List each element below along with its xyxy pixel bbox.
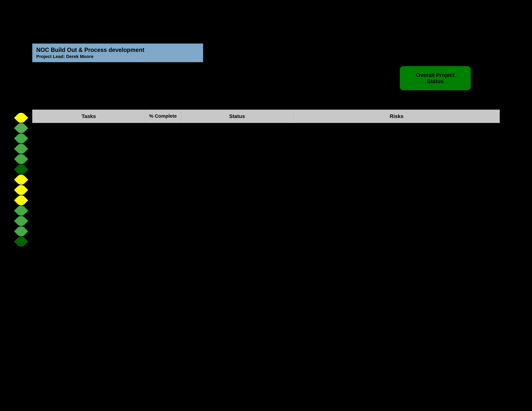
indicator-12	[14, 224, 28, 238]
indicator-11	[14, 214, 28, 228]
indicator-8	[14, 183, 28, 197]
indicator-13	[14, 234, 28, 249]
project-lead: Project Lead: Derek Moore	[36, 54, 199, 59]
task-table: Tasks % Complete Status Risks	[32, 110, 500, 123]
indicator-2	[14, 121, 28, 135]
overall-status-button[interactable]: Overall Project Status	[400, 66, 471, 90]
col-tasks: Tasks	[32, 110, 145, 123]
indicator-4	[14, 142, 28, 156]
indicator-6	[14, 162, 28, 177]
col-status: Status	[181, 110, 294, 123]
indicator-5	[14, 152, 28, 166]
project-header: NOC Build Out & Process development Proj…	[32, 44, 203, 62]
table-header: Tasks % Complete Status Risks	[32, 110, 500, 123]
indicator-9	[14, 193, 28, 207]
col-percent-complete: % Complete	[145, 110, 181, 123]
col-risks: Risks	[294, 110, 500, 123]
indicator-10	[14, 204, 28, 218]
indicator-7	[14, 173, 28, 187]
project-title: NOC Build Out & Process development	[36, 47, 199, 53]
indicators-list	[16, 113, 26, 247]
indicator-1	[14, 111, 28, 125]
project-lead-label: Project Lead:	[36, 54, 65, 59]
indicator-3	[14, 131, 28, 146]
project-lead-name: Derek Moore	[66, 54, 94, 59]
